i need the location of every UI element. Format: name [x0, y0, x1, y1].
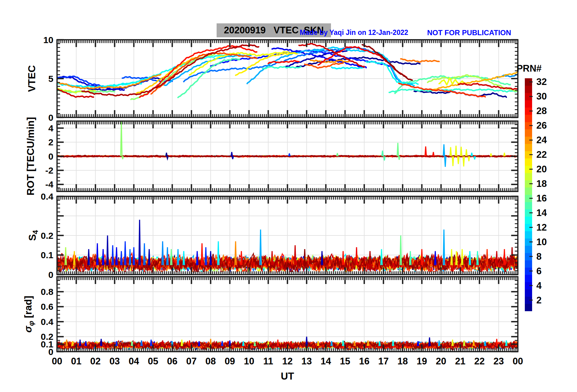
- vtec-arc-prn-12: [332, 67, 362, 69]
- colorbar-tick-label: 2: [536, 295, 542, 306]
- xtick-label: 23: [493, 356, 504, 367]
- rot-spike-prn-10: [445, 156, 446, 167]
- colorbar-tick-label: 28: [536, 106, 547, 116]
- xtick-label: 09: [224, 356, 235, 367]
- rot-spike-prn-20: [455, 146, 457, 156]
- s4-ytick-label: 0.2: [41, 231, 53, 241]
- colorbar-block-prn-7: [525, 260, 532, 268]
- xtick-label: 00: [513, 356, 523, 367]
- xtick-label: 05: [148, 356, 158, 367]
- xtick-label: 15: [340, 356, 350, 367]
- xtick-label: 18: [397, 356, 408, 367]
- colorbar-block-prn-9: [525, 245, 532, 253]
- colorbar-tick-label: 22: [536, 149, 547, 160]
- rot-spike-prn-15: [382, 150, 383, 156]
- xtick-label: 19: [417, 356, 427, 367]
- xtick-label: 12: [282, 356, 292, 367]
- plot-svg: 0510VTEC-4-2024ROT [TECU/min]00.10.20.4S…: [0, 0, 577, 392]
- xtick-label: 08: [205, 356, 216, 367]
- colorbar-block-prn-11: [525, 231, 532, 238]
- rot-ytick-label: 4: [48, 123, 53, 133]
- rot-ytick-label: 2: [48, 137, 53, 147]
- sigma_phi-ytick-label: 0.8: [41, 287, 53, 297]
- rot-spike-prn-10: [443, 144, 444, 156]
- xtick-label: 10: [244, 356, 254, 367]
- vtec-ytick-label: 0: [48, 113, 53, 123]
- colorbar: 2468101214161820222426283032PRN#: [517, 63, 547, 311]
- colorbar-tick-label: 30: [536, 91, 547, 102]
- colorbar-block-prn-25: [525, 129, 532, 137]
- s4-ylabel: S4: [27, 230, 39, 241]
- colorbar-block-prn-13: [525, 216, 532, 224]
- colorbar-tick-label: 4: [536, 280, 542, 291]
- xtick-label: 02: [90, 356, 100, 367]
- colorbar-block-prn-21: [525, 158, 532, 166]
- colorbar-block-prn-31: [525, 86, 532, 93]
- colorbar-block-prn-17: [525, 188, 532, 195]
- watermark-credit: Made by Yaqi Jin on 12-Jan-2022: [300, 29, 408, 37]
- sigma_phi-ytick-label: 0.4: [41, 317, 53, 327]
- xtick-label: 00: [52, 356, 62, 367]
- vtec-arc-prn-25: [401, 59, 439, 62]
- rot-spike-prn-20: [452, 156, 454, 166]
- panel-sigma_phi: 00.10.20.40.60.8σφ [rad]: [22, 277, 518, 357]
- xtick-label: 13: [302, 356, 312, 367]
- colorbar-block-prn-29: [525, 100, 532, 108]
- colorbar-tick-label: 8: [536, 251, 542, 262]
- vtec-ytick-label: 10: [43, 35, 53, 45]
- colorbar-tick-label: 26: [536, 120, 547, 131]
- rot-spike-prn-20: [458, 156, 459, 164]
- rot-spike-prn-16: [397, 143, 398, 156]
- colorbar-tick-label: 18: [536, 178, 547, 189]
- colorbar-tick-label: 32: [536, 76, 547, 87]
- rot-ytick-label: -4: [45, 179, 53, 189]
- rot-spike-prn-20: [463, 156, 464, 167]
- s4-ytick-label: 0.1: [41, 250, 53, 260]
- xtick-label: 20: [436, 356, 446, 367]
- s4-ytick-label: 0: [48, 270, 53, 280]
- rot-spike-prn-28: [425, 147, 426, 156]
- figure: 0510VTEC-4-2024ROT [TECU/min]00.10.20.4S…: [0, 0, 577, 392]
- xtick-label: 21: [455, 356, 465, 367]
- colorbar-block-prn-27: [525, 115, 532, 122]
- colorbar-tick-label: 24: [536, 135, 547, 145]
- panel-vtec: 0510VTEC: [26, 35, 518, 123]
- vtec-ylabel: VTEC: [26, 65, 37, 92]
- xtick-label: 07: [186, 356, 197, 367]
- colorbar-block-prn-1: [525, 304, 532, 311]
- colorbar-tick-label: 16: [536, 193, 547, 204]
- xtick-label: 22: [474, 356, 484, 367]
- rot-spike-prn-20: [466, 149, 467, 156]
- s4-ytick-label: 0.4: [41, 191, 53, 201]
- xtick-label: 11: [263, 356, 273, 367]
- colorbar-block-prn-19: [525, 173, 532, 181]
- xtick-label: 01: [71, 356, 81, 367]
- colorbar-title: PRN#: [517, 63, 542, 74]
- xtick-label: 03: [110, 356, 120, 367]
- rot-spike-prn-20: [450, 147, 451, 156]
- colorbar-block-prn-23: [525, 144, 532, 151]
- sigma_phi-ylabel: σφ [rad]: [22, 296, 35, 333]
- rot-spike-prn-17: [121, 121, 122, 156]
- x-axis-label: UT: [281, 370, 294, 382]
- xtick-label: 17: [378, 356, 389, 367]
- colorbar-tick-label: 12: [536, 222, 547, 233]
- colorbar-tick-label: 14: [536, 208, 547, 218]
- colorbar-tick-label: 6: [536, 266, 542, 276]
- sigma_phi-ytick-label: 0.2: [41, 332, 53, 342]
- rot-spike-prn-20: [461, 147, 462, 156]
- watermark-warning: NOT FOR PUBLICATION: [427, 29, 511, 37]
- xtick-label: 06: [167, 356, 177, 367]
- colorbar-block-prn-3: [525, 289, 532, 297]
- colorbar-block-prn-5: [525, 275, 532, 282]
- rot-ylabel: ROT [TECU/min]: [25, 117, 36, 195]
- xtick-label: 04: [129, 356, 139, 367]
- xtick-label: 16: [359, 356, 369, 367]
- xtick-label: 14: [321, 356, 331, 367]
- rot-ytick-label: 0: [48, 151, 53, 161]
- rot-ytick-label: -2: [45, 165, 53, 175]
- colorbar-block-prn-15: [525, 202, 532, 209]
- vtec-ytick-label: 5: [48, 74, 53, 84]
- colorbar-tick-label: 10: [536, 237, 547, 247]
- panel-rot: -4-2024ROT [TECU/min]: [25, 117, 518, 195]
